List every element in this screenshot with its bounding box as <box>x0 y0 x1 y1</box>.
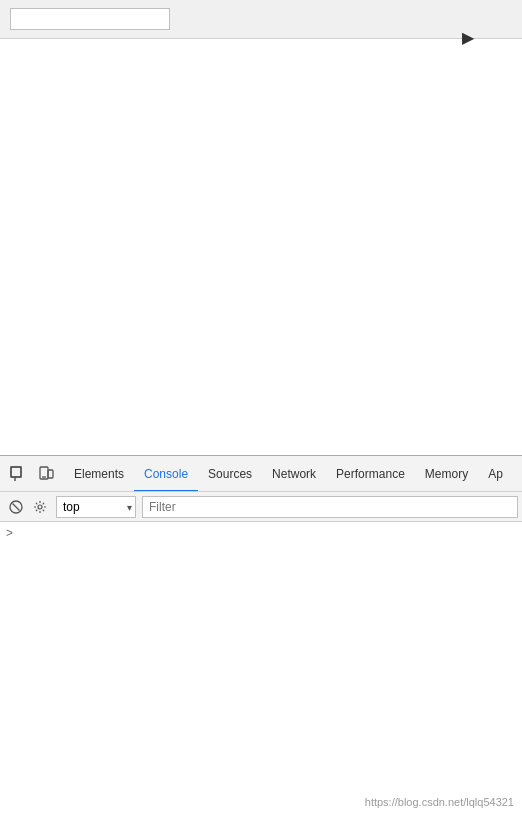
context-select-wrapper: top ▾ <box>56 496 136 518</box>
tab-console[interactable]: Console <box>134 457 198 491</box>
svg-rect-0 <box>11 467 21 477</box>
inspect-element-button[interactable] <box>4 460 32 488</box>
tab-sources[interactable]: Sources <box>198 457 262 491</box>
console-toolbar: top ▾ <box>0 492 522 522</box>
browser-viewport: ▶ <box>0 0 522 455</box>
clear-console-button[interactable] <box>4 495 28 519</box>
watermark-url: https://blog.csdn.net/lqlq54321 <box>365 796 514 808</box>
svg-rect-4 <box>48 470 53 478</box>
tab-network[interactable]: Network <box>262 457 326 491</box>
device-toolbar-button[interactable] <box>32 460 60 488</box>
settings-button[interactable] <box>28 495 52 519</box>
tab-performance[interactable]: Performance <box>326 457 415 491</box>
address-bar-area <box>0 0 522 39</box>
tab-elements[interactable]: Elements <box>64 457 134 491</box>
tab-application[interactable]: Ap <box>478 457 513 491</box>
tab-memory[interactable]: Memory <box>415 457 478 491</box>
address-input[interactable] <box>10 8 170 30</box>
svg-line-7 <box>13 503 20 510</box>
devtools-panel: Elements Console Sources Network Perform… <box>0 455 522 814</box>
page-content-area <box>0 39 522 449</box>
devtools-tabs-list: Elements Console Sources Network Perform… <box>64 456 513 491</box>
devtools-tabs-toolbar: Elements Console Sources Network Perform… <box>0 456 522 492</box>
context-select[interactable]: top <box>56 496 136 518</box>
console-content: > <box>0 522 522 814</box>
console-prompt-arrow: > <box>6 526 13 540</box>
console-filter-input[interactable] <box>142 496 518 518</box>
svg-point-8 <box>38 505 42 509</box>
